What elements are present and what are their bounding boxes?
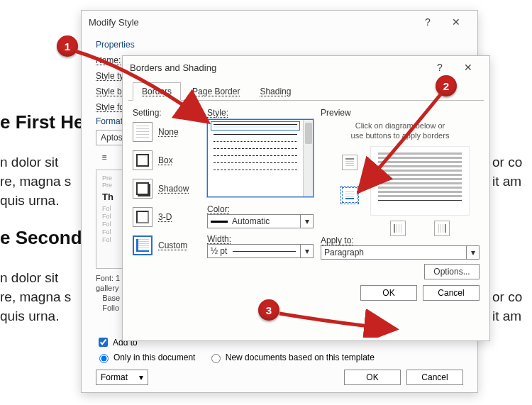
doc-paragraph-1: n dolor sit re, magna s quis urna. <box>0 152 71 210</box>
borders-title: Borders and Shading <box>130 62 216 73</box>
format-btn-label: Format <box>101 372 128 382</box>
setting-none[interactable]: None <box>133 118 200 146</box>
help-button[interactable]: ? <box>426 62 454 73</box>
doc-paragraph-2: n dolor sit re, magna s quis urna. <box>0 268 71 326</box>
tab-page-border[interactable]: Page Border <box>184 83 248 100</box>
options-button[interactable]: Options... <box>424 264 480 279</box>
tab-borders[interactable]: Borders <box>133 82 181 101</box>
width-combo[interactable]: ½ pt ▾ <box>207 244 314 258</box>
preview-label: Preview <box>321 108 480 118</box>
width-value: ½ pt <box>211 246 227 256</box>
svg-rect-15 <box>443 224 443 233</box>
setting-box-label: Box <box>158 155 173 165</box>
style-line-dash4[interactable] <box>214 170 297 170</box>
close-button[interactable]: ✕ <box>442 16 470 28</box>
svg-rect-5 <box>345 192 354 192</box>
style-line[interactable] <box>214 134 297 135</box>
tab-shading[interactable]: Shading <box>251 83 299 100</box>
svg-rect-9 <box>397 224 397 233</box>
setting-custom-label: Custom <box>158 240 187 250</box>
apply-to-value: Paragraph <box>324 248 364 257</box>
menu-down-icon: ▾ <box>139 372 143 382</box>
only-doc-label: Only in this document <box>113 353 195 362</box>
svg-rect-2 <box>345 163 354 164</box>
callout-1: 1 <box>57 35 78 57</box>
scrollbar[interactable] <box>303 120 313 196</box>
setting-label: Setting: <box>133 108 200 118</box>
setting-box[interactable]: Box <box>133 146 200 174</box>
dropdown-icon: ▾ <box>300 245 313 257</box>
modify-cancel-button[interactable]: Cancel <box>406 370 463 385</box>
modify-titlebar: Modify Style ? ✕ <box>82 11 477 33</box>
new-docs-label: New documents based on this template <box>226 353 375 362</box>
preview-hint: Click on diagram below or use buttons to… <box>321 121 480 140</box>
doc-heading-1: e First He <box>0 111 84 133</box>
doc-heading-2: e Second <box>0 227 82 249</box>
svg-rect-13 <box>438 224 439 233</box>
setting-3d-label: 3-D <box>158 212 172 222</box>
callout-3: 3 <box>258 299 279 321</box>
callout-2: 2 <box>436 75 457 96</box>
setting-custom[interactable]: Custom <box>133 231 200 260</box>
modify-title: Modify Style <box>89 17 139 28</box>
doc-paragraph-right-2: or co it am <box>492 287 522 326</box>
apply-to-label: Apply to: <box>321 235 480 245</box>
borders-shading-dialog: Borders and Shading ? ✕ Borders Page Bor… <box>122 55 490 341</box>
svg-rect-7 <box>345 196 354 196</box>
borders-titlebar: Borders and Shading ? ✕ <box>123 56 489 79</box>
svg-rect-12 <box>445 224 446 233</box>
only-this-doc-radio[interactable]: Only in this document <box>96 352 195 363</box>
color-swatch-icon <box>211 221 228 223</box>
svg-rect-0 <box>345 158 354 160</box>
close-button[interactable]: ✕ <box>454 62 482 73</box>
style-line-dot[interactable] <box>214 141 297 142</box>
svg-rect-3 <box>345 165 354 166</box>
style-line-dash2[interactable] <box>214 155 297 156</box>
doc-paragraph-right-1: or co it am <box>492 152 522 191</box>
style-line-dash3[interactable] <box>214 162 297 163</box>
border-top-button[interactable] <box>342 155 358 170</box>
style-line-solid[interactable] <box>214 124 297 128</box>
setting-shadow[interactable]: Shadow <box>133 174 200 203</box>
border-left-button[interactable] <box>390 221 406 236</box>
svg-rect-10 <box>399 224 399 233</box>
format-button[interactable]: Format▾ <box>96 370 148 385</box>
setting-3d[interactable]: 3-D <box>133 203 200 231</box>
properties-heading: Properties <box>96 40 463 50</box>
align-left-icon[interactable]: ≡ <box>96 150 113 165</box>
style-line-dash1[interactable] <box>214 148 297 149</box>
color-value: Automatic <box>232 216 270 226</box>
svg-rect-1 <box>345 161 354 162</box>
svg-rect-14 <box>440 224 441 233</box>
border-bottom-button[interactable] <box>342 187 358 203</box>
borders-ok-button[interactable]: OK <box>360 285 417 301</box>
svg-rect-8 <box>394 224 395 233</box>
color-label: Color: <box>207 204 314 214</box>
preview-diagram[interactable] <box>335 146 480 231</box>
setting-none-label: None <box>158 127 179 137</box>
svg-rect-4 <box>345 198 354 199</box>
color-combo[interactable]: Automatic ▾ <box>207 214 314 228</box>
apply-to-combo[interactable]: Paragraph ▾ <box>321 245 480 260</box>
dropdown-icon: ▾ <box>300 215 313 228</box>
svg-rect-11 <box>401 224 401 233</box>
borders-cancel-button[interactable]: Cancel <box>423 285 480 301</box>
new-docs-radio[interactable]: New documents based on this template <box>208 352 375 363</box>
setting-shadow-label: Shadow <box>158 184 189 194</box>
width-label: Width: <box>207 234 314 244</box>
width-sample-line <box>233 251 296 252</box>
border-right-button[interactable] <box>434 221 450 236</box>
help-button[interactable]: ? <box>414 16 442 28</box>
dropdown-icon: ▾ <box>466 246 479 259</box>
svg-rect-6 <box>345 194 354 194</box>
style-listbox[interactable] <box>207 119 314 197</box>
modify-ok-button[interactable]: OK <box>344 370 401 385</box>
style-label: Style: <box>207 108 314 118</box>
